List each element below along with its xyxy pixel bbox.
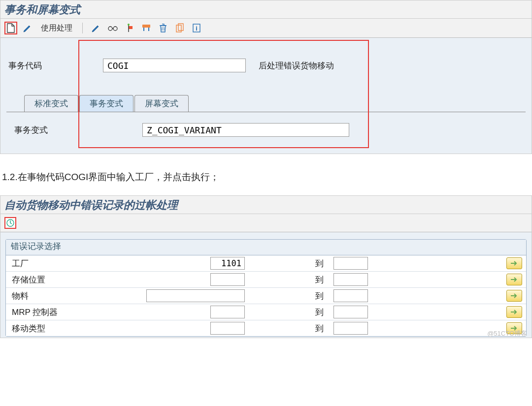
svg-rect-4 <box>142 25 150 28</box>
transaction-variant-window: 事务和屏幕变式 使用处理 i <box>0 0 532 154</box>
selection-row: 工厂到 <box>6 255 526 272</box>
tcode-row: 事务代码 后处理错误货物移动 <box>6 56 526 75</box>
tabstrip: 标准变式 事务变式 屏幕变式 <box>24 95 526 112</box>
info-icon[interactable]: i <box>190 22 203 34</box>
from-input[interactable] <box>146 289 245 302</box>
body-2: 错误记录选择 工厂到存储位置到物料到MRP 控制器到移动类型到 <box>0 232 532 338</box>
tab-content-transaction: 事务变式 <box>6 112 526 152</box>
variant-input[interactable] <box>142 123 349 137</box>
svg-point-0 <box>108 27 112 31</box>
window-title-2: 自动货物移动中错误记录的过帐处理 <box>0 196 532 214</box>
use-processing-label[interactable]: 使用处理 <box>38 23 75 33</box>
group-title: 错误记录选择 <box>6 240 526 255</box>
svg-point-3 <box>128 24 130 26</box>
multiple-selection-button[interactable] <box>506 306 522 318</box>
execute-button[interactable] <box>4 217 16 229</box>
tcode-label: 事务代码 <box>6 60 95 71</box>
tcode-input[interactable] <box>103 59 246 72</box>
selection-row: 物料到 <box>6 288 526 304</box>
selection-row: 存储位置到 <box>6 272 526 288</box>
row-label: MRP 控制器 <box>6 307 205 318</box>
multiple-selection-button[interactable] <box>506 274 522 285</box>
tab-screen-variant[interactable]: 屏幕变式 <box>134 95 189 112</box>
from-input[interactable] <box>210 273 245 286</box>
selection-row: MRP 控制器到 <box>6 304 526 320</box>
to-label: 到 <box>245 307 333 318</box>
to-label: 到 <box>245 258 333 269</box>
tcode-description: 后处理错误货物移动 <box>259 60 334 71</box>
to-label: 到 <box>245 274 333 285</box>
delete-trash-icon[interactable] <box>157 22 169 34</box>
copy-icon[interactable] <box>173 22 186 34</box>
svg-text:i: i <box>196 25 198 32</box>
svg-rect-2 <box>129 26 133 29</box>
change-pencil-icon[interactable] <box>90 22 102 34</box>
from-input[interactable] <box>210 306 245 318</box>
new-document-button[interactable] <box>4 22 17 34</box>
tab-transaction-variant[interactable]: 事务变式 <box>79 95 133 112</box>
tab-standard-variant[interactable]: 标准变式 <box>24 95 78 112</box>
row-label: 工厂 <box>6 258 205 269</box>
multiple-selection-button[interactable] <box>506 290 522 302</box>
svg-point-1 <box>113 27 117 31</box>
step-caption: 1.2.在事物代码COGI界面中输入工厂，并点击执行； <box>0 154 532 195</box>
row-label: 物料 <box>6 290 141 302</box>
row-label: 存储位置 <box>6 274 205 285</box>
body-1: 事务代码 后处理错误货物移动 标准变式 事务变式 屏幕变式 事务变式 <box>0 38 532 154</box>
check-flag-icon[interactable] <box>123 22 136 34</box>
to-label: 到 <box>245 290 333 302</box>
error-record-selection-group: 错误记录选择 工厂到存储位置到物料到MRP 控制器到移动类型到 <box>5 239 527 337</box>
watermark: @51CTO博客 <box>0 329 532 338</box>
svg-rect-6 <box>178 24 183 31</box>
to-input[interactable] <box>333 257 368 270</box>
toolbar-1: 使用处理 i <box>0 19 532 38</box>
to-input[interactable] <box>333 306 368 318</box>
to-input[interactable] <box>333 289 368 302</box>
variant-label: 事务变式 <box>12 125 134 136</box>
to-input[interactable] <box>333 273 368 286</box>
variant-row: 事务变式 <box>12 120 520 140</box>
toolbar-2 <box>0 214 532 232</box>
selection-rows: 工厂到存储位置到物料到MRP 控制器到移动类型到 <box>6 255 526 336</box>
toolbar-separator <box>82 23 83 33</box>
edit-pencil-icon[interactable] <box>21 22 34 34</box>
from-input[interactable] <box>210 257 245 270</box>
window-title-1: 事务和屏幕变式 <box>0 0 532 19</box>
display-glasses-icon[interactable] <box>106 22 119 34</box>
cogi-selection-window: 自动货物移动中错误记录的过帐处理 错误记录选择 工厂到存储位置到物料到MRP 控… <box>0 195 532 338</box>
multiple-selection-button[interactable] <box>506 257 522 269</box>
transport-icon[interactable] <box>140 22 153 34</box>
svg-rect-5 <box>176 25 181 32</box>
